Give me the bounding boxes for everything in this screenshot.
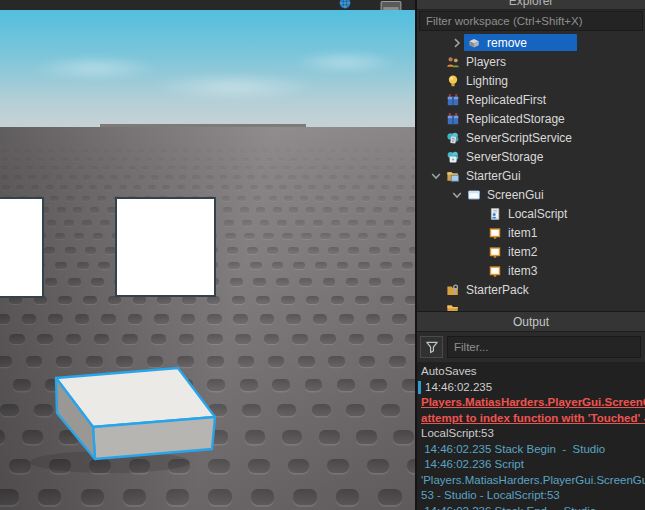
- tree-item-partial[interactable]: [417, 299, 645, 311]
- output-title: Output: [513, 315, 549, 329]
- players-icon: [446, 55, 461, 69]
- tree-item-remove[interactable]: remove: [417, 33, 645, 52]
- tree-item-label: remove: [487, 36, 527, 50]
- tree-item-label: ServerScriptService: [466, 131, 572, 145]
- replicated-storage-icon: [446, 112, 461, 126]
- tree-item-label: item1: [508, 226, 537, 240]
- output-log: AutoSaves14:46:02.235Players.MatiasHarde…: [417, 362, 645, 510]
- tree-item-item1[interactable]: item1: [417, 223, 645, 242]
- server-script-service-icon: [446, 131, 461, 145]
- log-line[interactable]: 'Players.MatiasHarders.PlayerGui.ScreenG…: [417, 473, 645, 489]
- 3d-viewport[interactable]: [0, 0, 415, 510]
- tree-item-serverscriptservice[interactable]: ServerScriptService: [417, 128, 645, 147]
- local-script-icon: [488, 207, 503, 221]
- tree-item-item2[interactable]: item2: [417, 242, 645, 261]
- tree-item-label: ReplicatedStorage: [466, 112, 565, 126]
- part-icon: [467, 36, 482, 50]
- tree-item-label: ReplicatedFirst: [466, 93, 546, 107]
- output-panel-header: Output: [417, 311, 645, 332]
- text-label-icon: [488, 226, 503, 240]
- funnel-icon: [421, 340, 442, 354]
- tree-item-label: LocalScript: [508, 207, 567, 221]
- tree-item-label: item2: [508, 245, 537, 259]
- selected-part[interactable]: [0, 0, 415, 510]
- tree-item-replicatedfirst[interactable]: ReplicatedFirst: [417, 90, 645, 109]
- chevron-spacer: [429, 131, 443, 145]
- tree-item-label: item3: [508, 264, 537, 278]
- log-line[interactable]: 53 - Studio - LocalScript:53: [417, 488, 645, 504]
- chevron-spacer: [429, 150, 443, 164]
- tree-item-label: StarterPack: [466, 283, 529, 297]
- chevron-expanded-icon[interactable]: [429, 169, 443, 183]
- folder-icon: [446, 302, 461, 312]
- tree-item-localscript[interactable]: LocalScript: [417, 204, 645, 223]
- chevron-spacer: [429, 93, 443, 107]
- tree-item-screengui[interactable]: ScreenGui: [417, 185, 645, 204]
- network-status-icon: [338, 0, 352, 10]
- chevron-spacer: [471, 226, 485, 240]
- tree-item-starterpack[interactable]: StarterPack: [417, 280, 645, 299]
- lighting-icon: [446, 74, 461, 88]
- output-filter-input[interactable]: [447, 336, 641, 358]
- chevron-spacer: [471, 207, 485, 221]
- output-filter-button[interactable]: [420, 336, 443, 358]
- screen-gui-icon: [467, 188, 482, 202]
- tree-item-label: ServerStorage: [466, 150, 543, 164]
- explorer-tab-title: Explorer: [417, 0, 645, 8]
- chevron-spacer: [471, 245, 485, 259]
- roblox-studio-window: Explorer removePlayersLightingReplicated…: [0, 0, 645, 510]
- tree-item-serverstorage[interactable]: ServerStorage: [417, 147, 645, 166]
- chevron-spacer: [471, 264, 485, 278]
- output-toolbar: [417, 333, 645, 362]
- tree-item-label: ScreenGui: [487, 188, 544, 202]
- log-line[interactable]: 14:46:02.236 Stack End - Studio: [417, 504, 645, 510]
- log-line[interactable]: 14:46:02.235: [417, 380, 645, 396]
- tree-item-replicatedstorage[interactable]: ReplicatedStorage: [417, 109, 645, 128]
- explorer-panel: Explorer removePlayersLightingReplicated…: [415, 0, 645, 510]
- chevron-spacer: [429, 74, 443, 88]
- log-line[interactable]: 14:46:02.235 Stack Begin - Studio: [417, 442, 645, 458]
- chevron-expanded-icon[interactable]: [450, 188, 464, 202]
- log-line[interactable]: Players.MatiasHarders.PlayerGui.ScreenGu…: [417, 395, 645, 411]
- tree-item-label: Players: [466, 55, 506, 69]
- log-line[interactable]: 14:46:02.236 Script: [417, 457, 645, 473]
- starter-pack-icon: [446, 283, 461, 297]
- text-label-icon: [488, 264, 503, 278]
- log-line[interactable]: LocalScript:53: [417, 426, 645, 442]
- chevron-spacer: [429, 55, 443, 69]
- tree-item-players[interactable]: Players: [417, 52, 645, 71]
- chevron-spacer: [429, 302, 443, 312]
- tree-item-label: Lighting: [466, 74, 508, 88]
- replicated-first-icon: [446, 93, 461, 107]
- viewport-topbar: [0, 0, 415, 10]
- chevron-spacer: [429, 283, 443, 297]
- text-label-icon: [488, 245, 503, 259]
- tree-item-lighting[interactable]: Lighting: [417, 71, 645, 90]
- explorer-tab[interactable]: Explorer: [417, 0, 645, 10]
- chevron-collapsed-icon[interactable]: [450, 36, 464, 50]
- server-storage-icon: [446, 150, 461, 164]
- tree-item-startergui[interactable]: StarterGui: [417, 166, 645, 185]
- starter-gui-icon: [446, 169, 461, 183]
- monitor-icon: [380, 0, 402, 10]
- tree-item-label: StarterGui: [466, 169, 521, 183]
- log-line[interactable]: attempt to index function with 'Touched'…: [417, 411, 645, 427]
- explorer-tree: removePlayersLightingReplicatedFirstRepl…: [417, 33, 645, 311]
- tree-item-item3[interactable]: item3: [417, 261, 645, 280]
- explorer-filter-input[interactable]: [419, 11, 643, 31]
- chevron-spacer: [429, 112, 443, 126]
- log-line[interactable]: AutoSaves: [417, 364, 645, 380]
